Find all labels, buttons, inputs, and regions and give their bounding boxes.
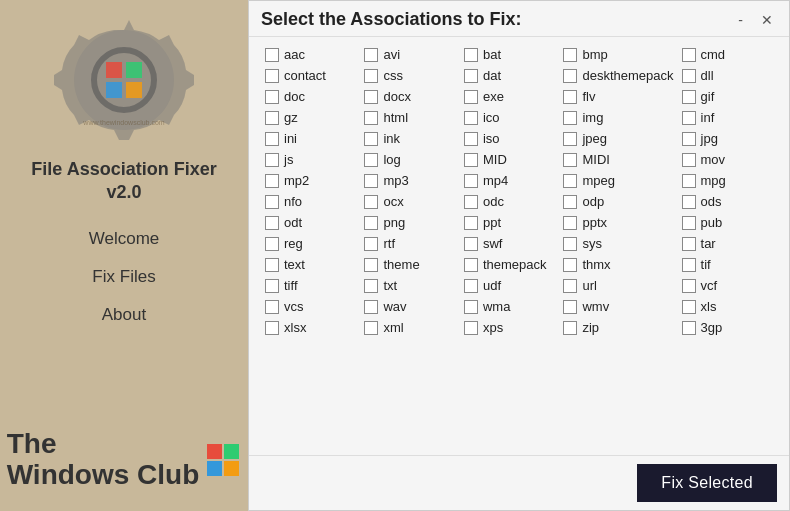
ext-checkbox-png[interactable] [364,216,378,230]
ext-checkbox-odt[interactable] [265,216,279,230]
ext-checkbox-mpg[interactable] [682,174,696,188]
ext-label-3gp: 3gp [701,320,723,335]
ext-checkbox-jpg[interactable] [682,132,696,146]
ext-checkbox-dat[interactable] [464,69,478,83]
ext-checkbox-html[interactable] [364,111,378,125]
ext-checkbox-pub[interactable] [682,216,696,230]
ext-checkbox-dll[interactable] [682,69,696,83]
ext-checkbox-gz[interactable] [265,111,279,125]
ext-checkbox-css[interactable] [364,69,378,83]
ext-checkbox-vcf[interactable] [682,279,696,293]
ext-label-deskthemepack: deskthemepack [582,68,673,83]
ext-checkbox-theme[interactable] [364,258,378,272]
ext-checkbox-log[interactable] [364,153,378,167]
ext-label-ini: ini [284,131,297,146]
ext-checkbox-xls[interactable] [682,300,696,314]
ext-checkbox-jpeg[interactable] [563,132,577,146]
ext-checkbox-avi[interactable] [364,48,378,62]
ext-label-avi: avi [383,47,400,62]
ext-item-dll: dll [678,66,777,85]
ext-checkbox-img[interactable] [563,111,577,125]
ext-checkbox-wav[interactable] [364,300,378,314]
ext-checkbox-midi[interactable] [563,153,577,167]
ext-label-text: text [284,257,305,272]
ext-checkbox-contact[interactable] [265,69,279,83]
ext-item-xps: xps [460,318,559,337]
ext-checkbox-nfo[interactable] [265,195,279,209]
ext-checkbox-bat[interactable] [464,48,478,62]
ext-checkbox-mpeg[interactable] [563,174,577,188]
ext-checkbox-pptx[interactable] [563,216,577,230]
ext-checkbox-mov[interactable] [682,153,696,167]
ext-checkbox-themepack[interactable] [464,258,478,272]
ext-label-udf: udf [483,278,501,293]
ext-checkbox-gif[interactable] [682,90,696,104]
ext-checkbox-tiff[interactable] [265,279,279,293]
ext-checkbox-ini[interactable] [265,132,279,146]
ext-label-jpeg: jpeg [582,131,607,146]
fix-selected-button[interactable]: Fix Selected [637,464,777,502]
ext-item-bmp: bmp [559,45,677,64]
ext-label-gz: gz [284,110,298,125]
ext-checkbox-sys[interactable] [563,237,577,251]
ext-checkbox-js[interactable] [265,153,279,167]
ext-checkbox-swf[interactable] [464,237,478,251]
svg-rect-2 [106,62,122,78]
ext-checkbox-cmd[interactable] [682,48,696,62]
ext-label-reg: reg [284,236,303,251]
minimize-button[interactable]: - [734,13,747,27]
ext-checkbox-xps[interactable] [464,321,478,335]
ext-checkbox-mp4[interactable] [464,174,478,188]
ext-checkbox-zip[interactable] [563,321,577,335]
ext-checkbox-mp2[interactable] [265,174,279,188]
ext-checkbox-xlsx[interactable] [265,321,279,335]
windows-flag-icon [205,442,241,478]
ext-label-ocx: ocx [383,194,403,209]
ext-checkbox-rtf[interactable] [364,237,378,251]
close-button[interactable]: ✕ [757,13,777,27]
nav-welcome[interactable]: Welcome [69,225,180,253]
ext-item-url: url [559,276,677,295]
nav-about[interactable]: About [82,301,166,329]
ext-checkbox-vcs[interactable] [265,300,279,314]
ext-checkbox-3gp[interactable] [682,321,696,335]
ext-label-odc: odc [483,194,504,209]
ext-checkbox-flv[interactable] [563,90,577,104]
ext-checkbox-ico[interactable] [464,111,478,125]
ext-checkbox-url[interactable] [563,279,577,293]
ext-checkbox-ocx[interactable] [364,195,378,209]
ext-checkbox-odp[interactable] [563,195,577,209]
ext-item-docx: docx [360,87,459,106]
ext-checkbox-iso[interactable] [464,132,478,146]
ext-checkbox-ods[interactable] [682,195,696,209]
ext-checkbox-txt[interactable] [364,279,378,293]
ext-label-zip: zip [582,320,599,335]
ext-checkbox-exe[interactable] [464,90,478,104]
ext-label-mov: mov [701,152,726,167]
ext-checkbox-mid[interactable] [464,153,478,167]
ext-checkbox-udf[interactable] [464,279,478,293]
nav-fix-files[interactable]: Fix Files [72,263,175,291]
extensions-grid: aacavibatbmpcmdcontactcssdatdeskthemepac… [261,45,777,337]
ext-checkbox-docx[interactable] [364,90,378,104]
ext-checkbox-ppt[interactable] [464,216,478,230]
ext-checkbox-odc[interactable] [464,195,478,209]
ext-item-avi: avi [360,45,459,64]
ext-checkbox-aac[interactable] [265,48,279,62]
ext-checkbox-text[interactable] [265,258,279,272]
ext-checkbox-tif[interactable] [682,258,696,272]
ext-checkbox-deskthemepack[interactable] [563,69,577,83]
ext-checkbox-wmv[interactable] [563,300,577,314]
ext-checkbox-wma[interactable] [464,300,478,314]
ext-checkbox-bmp[interactable] [563,48,577,62]
ext-label-js: js [284,152,293,167]
ext-checkbox-ink[interactable] [364,132,378,146]
ext-checkbox-inf[interactable] [682,111,696,125]
ext-checkbox-reg[interactable] [265,237,279,251]
ext-item-cmd: cmd [678,45,777,64]
ext-checkbox-mp3[interactable] [364,174,378,188]
ext-checkbox-xml[interactable] [364,321,378,335]
ext-checkbox-doc[interactable] [265,90,279,104]
ext-checkbox-thmx[interactable] [563,258,577,272]
ext-checkbox-tar[interactable] [682,237,696,251]
